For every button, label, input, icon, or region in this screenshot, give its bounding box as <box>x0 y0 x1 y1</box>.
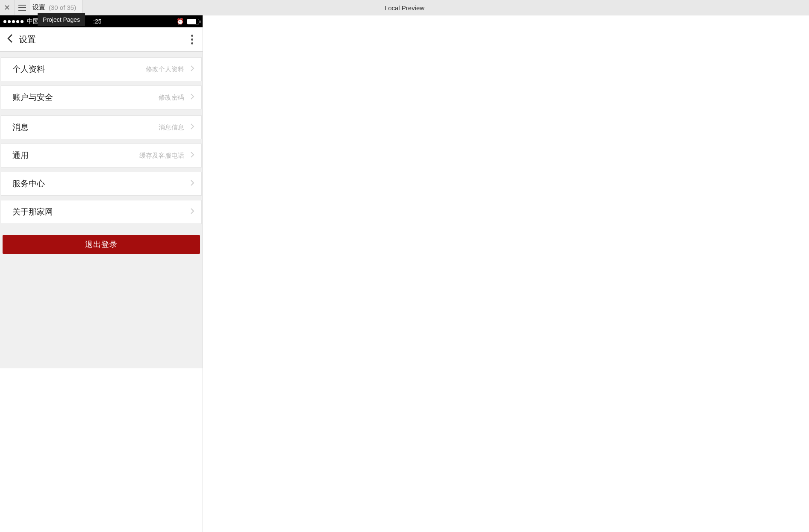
preview-pane <box>203 15 809 532</box>
page-title: 设置 <box>19 34 36 45</box>
status-time: :25 <box>93 18 101 25</box>
settings-item-service-center[interactable]: 服务中心 <box>1 172 202 196</box>
settings-item-about[interactable]: 关于那家网 <box>1 200 202 224</box>
item-right: 修改密码 <box>159 93 194 102</box>
chevron-right-icon <box>190 208 194 216</box>
item-label: 服务中心 <box>12 178 45 189</box>
status-right: ⏰ <box>177 18 199 25</box>
item-right <box>184 179 194 188</box>
phone-preview: 中国 :25 ⏰ 设置 <box>0 15 203 368</box>
battery-icon <box>187 19 199 24</box>
alarm-icon: ⏰ <box>177 18 184 25</box>
more-button[interactable] <box>188 32 196 47</box>
signal-icon <box>3 20 24 23</box>
menu-button[interactable] <box>15 0 30 15</box>
tab-title: 设置 <box>32 3 45 12</box>
chevron-right-icon <box>190 179 194 188</box>
item-label: 消息 <box>12 122 29 133</box>
item-label: 关于那家网 <box>12 206 53 218</box>
settings-group-1: 个人资料 修改个人资料 账户与安全 修改密码 <box>0 57 203 109</box>
page-tab[interactable]: 设置 (30 of 35) <box>30 0 82 15</box>
nav-bar: 设置 <box>0 27 203 52</box>
item-right: 修改个人资料 <box>146 65 194 73</box>
hamburger-icon <box>18 5 26 11</box>
item-right: 消息信息 <box>159 123 194 132</box>
close-icon: ✕ <box>4 3 10 12</box>
chevron-right-icon <box>190 151 194 160</box>
close-button[interactable]: ✕ <box>0 0 15 15</box>
chevron-right-icon <box>190 123 194 132</box>
status-bar: 中国 :25 ⏰ <box>0 15 203 27</box>
project-pages-tooltip: Project Pages <box>38 13 85 26</box>
settings-item-profile[interactable]: 个人资料 修改个人资料 <box>1 57 202 81</box>
app-toolbar: ✕ 设置 (30 of 35) Local Preview <box>0 0 809 15</box>
settings-content: 个人资料 修改个人资料 账户与安全 修改密码 <box>0 52 203 368</box>
workspace: 中国 :25 ⏰ 设置 <box>0 15 809 532</box>
item-label: 账户与安全 <box>12 92 53 103</box>
chevron-right-icon <box>190 93 194 102</box>
settings-item-account-security[interactable]: 账户与安全 修改密码 <box>1 85 202 109</box>
more-icon <box>191 35 193 37</box>
settings-group-2: 消息 消息信息 通用 缓存及客服电话 <box>0 115 203 224</box>
item-label: 通用 <box>12 150 29 161</box>
logout-button[interactable]: 退出登录 <box>3 235 200 254</box>
item-right <box>184 208 194 216</box>
item-label: 个人资料 <box>12 64 45 75</box>
item-hint: 缓存及客服电话 <box>139 152 184 160</box>
logout-label: 退出登录 <box>85 239 118 250</box>
item-hint: 修改个人资料 <box>146 65 184 73</box>
carrier-label: 中国 <box>27 18 39 25</box>
item-hint: 修改密码 <box>159 94 184 102</box>
back-button[interactable] <box>7 34 13 45</box>
settings-item-general[interactable]: 通用 缓存及客服电话 <box>1 144 202 168</box>
chevron-right-icon <box>190 65 194 73</box>
preview-mode-label: Local Preview <box>385 4 424 11</box>
settings-item-messages[interactable]: 消息 消息信息 <box>1 115 202 139</box>
nav-left: 设置 <box>7 34 36 45</box>
item-hint: 消息信息 <box>159 123 184 132</box>
tab-count: (30 of 35) <box>49 4 76 11</box>
item-right: 缓存及客服电话 <box>139 151 194 160</box>
chevron-left-icon <box>7 34 13 43</box>
status-left: 中国 <box>3 18 39 25</box>
